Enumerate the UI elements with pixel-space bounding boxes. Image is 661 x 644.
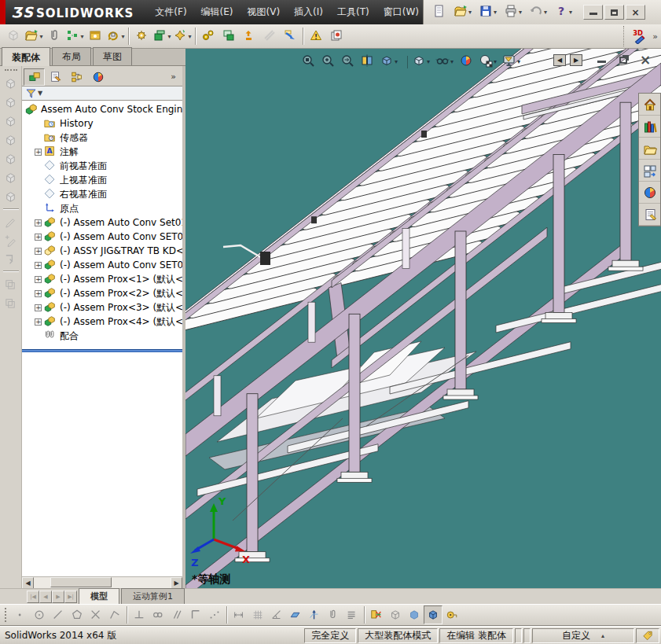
tree-item-mates[interactable]: 配合 <box>22 329 182 343</box>
move-component-button[interactable] <box>239 26 259 46</box>
view-left-button[interactable] <box>2 112 20 131</box>
tree-item-top-plane[interactable]: 上视基准面 <box>22 173 182 187</box>
status-tag-button[interactable] <box>636 628 659 643</box>
tree-item-assem-prox-3[interactable]: +(-) Assem Prox<3> (默认<默认 <box>22 300 182 315</box>
attachments-button[interactable] <box>324 605 343 624</box>
toolbar-overflow-chevron[interactable]: » <box>652 31 658 42</box>
view-orientation-button[interactable]: ▾ <box>380 53 398 70</box>
view-front-button[interactable] <box>2 74 20 93</box>
solidworks-resources-button[interactable] <box>639 94 660 116</box>
help-button[interactable]: ?▾ <box>552 3 575 22</box>
dropdown-caret-icon[interactable]: ▾ <box>188 33 191 40</box>
convert-entities-button[interactable] <box>2 249 20 268</box>
collision-detection-button[interactable] <box>367 605 386 624</box>
coincident-relation-button[interactable] <box>149 605 167 624</box>
scroll-track[interactable] <box>34 577 171 589</box>
design-library-button[interactable] <box>639 116 660 138</box>
display-style-button[interactable]: ▾ <box>412 53 430 70</box>
sketch-button[interactable] <box>2 212 20 230</box>
dropdown-caret-icon[interactable]: ▾ <box>544 9 547 16</box>
doc-minimize-button[interactable] <box>594 53 608 66</box>
pane-right-button[interactable]: ▶ <box>570 54 582 66</box>
undo-button[interactable]: ▾ <box>527 3 549 22</box>
first-tab-button[interactable]: |◀ <box>27 591 39 603</box>
toolbar-grip[interactable] <box>5 608 6 622</box>
perpendicular-relation-button[interactable] <box>130 605 149 624</box>
pane-left-button[interactable]: ◀ <box>553 54 566 66</box>
manager-tab-propertymanager[interactable] <box>45 68 66 86</box>
prev-tab-button[interactable]: ◀ <box>39 591 52 603</box>
doc-close-button[interactable]: × <box>638 53 652 66</box>
line-button[interactable] <box>49 605 68 624</box>
manager-tab-displaymanager[interactable] <box>87 68 108 86</box>
expand-icon[interactable]: + <box>35 304 42 311</box>
tree-item-history[interactable]: History <box>22 116 182 131</box>
dropdown-caret-icon[interactable]: ▾ <box>80 33 83 40</box>
tab-sketch[interactable]: 草图 <box>93 47 132 65</box>
tree-item-sensors[interactable]: 传感器 <box>22 131 182 145</box>
status-custom-dropdown[interactable]: 自定义▴ <box>532 628 634 643</box>
expand-icon[interactable]: + <box>35 276 42 283</box>
menu-edit[interactable]: 编辑(E) <box>194 2 241 22</box>
expand-icon[interactable]: + <box>35 318 42 326</box>
last-tab-button[interactable]: ▶| <box>64 591 77 603</box>
zoom-to-selection-button[interactable] <box>340 53 354 70</box>
appearances-scenes-button[interactable] <box>639 182 660 204</box>
view-back-button[interactable] <box>2 93 20 112</box>
open-button[interactable]: ▾ <box>451 3 474 22</box>
dropdown-caret-icon[interactable]: ▾ <box>494 58 497 65</box>
toolbar-grip[interactable] <box>5 69 17 71</box>
tab-motion-study-1[interactable]: 运动算例1 <box>121 588 185 604</box>
view-right-button[interactable] <box>2 131 20 149</box>
custom-properties-button[interactable] <box>639 204 660 226</box>
polygon-button[interactable] <box>68 605 86 624</box>
corner-rectangle-button[interactable] <box>186 605 205 624</box>
view-settings-button[interactable]: ▾ <box>502 53 520 70</box>
tree-item-assem-prox-2[interactable]: +(-) Assem Prox<2> (默认<默认 <box>22 286 182 300</box>
dropdown-caret-icon[interactable]: ▾ <box>39 33 42 40</box>
view-top-button[interactable] <box>2 149 20 168</box>
menu-view[interactable]: 视图(V) <box>241 2 288 22</box>
view-bottom-button[interactable] <box>2 168 20 187</box>
dropdown-caret-icon[interactable]: ▾ <box>427 58 430 65</box>
component-preview-button[interactable] <box>85 26 105 46</box>
tree-item-annotations[interactable]: +A注解 <box>22 145 182 159</box>
manager-tab-featuremanager-tree[interactable] <box>24 68 45 86</box>
apply-scene-button[interactable]: ▾ <box>479 53 497 70</box>
interference-detection-button[interactable]: ! <box>306 26 326 46</box>
view-palette-button[interactable] <box>639 160 660 182</box>
manager-overflow-chevron[interactable]: » <box>171 72 181 82</box>
motion-gears-button[interactable] <box>198 26 218 46</box>
expand-icon[interactable]: + <box>35 234 42 241</box>
tree-item-assem-auto-conv-set01[interactable]: +(-) Assem Auto Conv Set01<1> <box>22 215 182 230</box>
tree-item-assem-prox-1[interactable]: +(-) Assem Prox<1> (默认<默认 <box>22 272 182 286</box>
dropdown-caret-icon[interactable]: ▾ <box>167 33 171 40</box>
save-button[interactable]: ▾ <box>476 3 499 22</box>
dropdown-caret-icon[interactable]: ▾ <box>468 9 472 16</box>
expand-icon[interactable]: + <box>35 248 42 255</box>
tree-item-assem-auto-conv-set02[interactable]: +(-) Assem Auto Conv SET02<1> <box>22 230 182 244</box>
zoom-to-fit-button[interactable] <box>301 53 315 70</box>
tab-layout[interactable]: 布局 <box>52 47 91 65</box>
tree-item-front-plane[interactable]: 前视基准面 <box>22 159 182 173</box>
trim-button[interactable] <box>86 605 105 624</box>
smart-fasteners-button[interactable] <box>131 26 152 46</box>
3d-sketch-button[interactable]: 3D <box>629 26 649 46</box>
measure-button[interactable] <box>443 605 461 624</box>
menu-tools[interactable]: 工具(T) <box>330 2 376 22</box>
doc-restore-button[interactable] <box>616 53 630 66</box>
dropdown-caret-icon[interactable]: ▾ <box>517 58 520 65</box>
filter-caret-icon[interactable]: ▼ <box>38 90 42 97</box>
menu-insert[interactable]: 插入(I) <box>287 2 330 22</box>
dropdown-caret-icon[interactable]: ▾ <box>519 9 522 16</box>
dropdown-caret-icon[interactable]: ▾ <box>494 9 497 16</box>
parallel-relation-button[interactable] <box>167 605 186 624</box>
edit-appearance-button[interactable] <box>459 53 473 70</box>
dropdown-caret-icon[interactable]: ▾ <box>569 9 572 16</box>
restore-button[interactable] <box>604 5 624 20</box>
scroll-right-button[interactable]: ▶ <box>171 577 182 589</box>
component-pattern-button[interactable] <box>218 26 239 46</box>
point-button[interactable] <box>11 605 30 624</box>
dropdown-caret-icon[interactable]: ▾ <box>121 33 124 40</box>
file-explorer-button[interactable] <box>639 138 660 160</box>
